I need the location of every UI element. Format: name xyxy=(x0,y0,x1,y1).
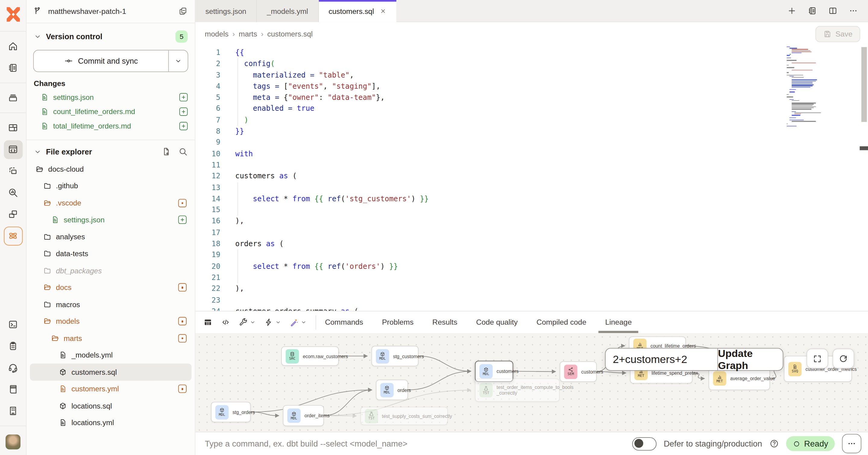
panel-tab-commands[interactable]: Commands xyxy=(325,311,363,333)
line-number: 24 xyxy=(195,306,220,311)
stage-plus-badge[interactable] xyxy=(178,216,187,224)
defer-toggle[interactable] xyxy=(632,437,656,450)
lineage-selector-input[interactable]: 2+customers+2 xyxy=(606,348,717,370)
notebook-button[interactable] xyxy=(808,6,817,16)
fullscreen-button[interactable] xyxy=(807,348,828,368)
file-explorer-header[interactable]: File explorer xyxy=(27,140,195,161)
rail-item-terminal[interactable] xyxy=(4,315,22,334)
rail-item-headset[interactable] xyxy=(4,358,22,377)
panel-tool-code-slash[interactable] xyxy=(221,317,230,327)
tree-item-docs-cloud[interactable]: docs-cloud xyxy=(30,161,191,178)
new-file-icon[interactable] xyxy=(161,147,171,156)
panel-tab-code-quality[interactable]: Code quality xyxy=(476,311,518,333)
changed-file-settings.json[interactable]: settings.json xyxy=(27,90,195,105)
tree-item-locations.yml[interactable]: locations.yml xyxy=(30,414,191,431)
panel-tool-wrench[interactable] xyxy=(239,317,256,327)
rail-item-search-chart[interactable] xyxy=(4,183,22,202)
tab-_models.yml[interactable]: _models.yml xyxy=(257,0,318,22)
modified-dot-badge[interactable] xyxy=(178,283,187,292)
tree-item-dbt_packages[interactable]: dbt_packages xyxy=(30,262,191,279)
minimap[interactable] xyxy=(786,47,836,130)
node-label: ecom.raw_customers xyxy=(303,353,348,359)
tree-item-locations.sql[interactable]: locations.sql xyxy=(30,397,191,414)
home-icon xyxy=(8,41,19,52)
new-tab-button[interactable] xyxy=(787,6,797,16)
branch-row[interactable]: matthewshaver-patch-1 xyxy=(27,0,195,23)
tab-customers.sql[interactable]: customers.sql xyxy=(318,0,396,22)
code-editor[interactable]: 1{{2 config(3 materialized = "table",4 t… xyxy=(195,46,868,311)
dots-h-button[interactable] xyxy=(849,6,858,16)
tree-item-.github[interactable]: .github xyxy=(30,178,191,195)
modified-dot-badge[interactable] xyxy=(178,199,187,207)
rail-item-archive[interactable] xyxy=(4,88,22,107)
user-avatar[interactable] xyxy=(5,434,21,450)
update-graph-button[interactable]: Update Graph xyxy=(717,348,783,370)
tree-item-macros[interactable]: macros xyxy=(30,296,191,313)
command-input[interactable]: Type a command, ex. dbt build --select <… xyxy=(205,439,632,448)
search-icon[interactable] xyxy=(178,147,187,156)
modified-dot-badge[interactable] xyxy=(178,385,187,393)
save-button[interactable]: Save xyxy=(815,26,860,42)
lineage-node-test_bools[interactable]: TSTtest_order_items_compute_to_bools_cor… xyxy=(475,378,560,402)
stage-plus-badge[interactable] xyxy=(179,93,188,102)
dbt-logo-icon[interactable] xyxy=(5,6,22,23)
tree-item-analyses[interactable]: analyses xyxy=(30,228,191,245)
lineage-node-customers_sem[interactable]: SEMcustomers xyxy=(560,362,597,382)
changed-file-count_lifetime_orders.md[interactable]: count_lifetime_orders.md xyxy=(27,104,195,119)
panel-tool-magic[interactable] xyxy=(290,317,307,327)
panel-tab-problems[interactable]: Problems xyxy=(382,311,413,333)
tree-item-data-tests[interactable]: data-tests xyxy=(30,245,191,262)
more-options-button[interactable] xyxy=(842,434,861,453)
close-icon[interactable] xyxy=(379,8,386,15)
rail-item-book[interactable] xyxy=(4,380,22,399)
stage-plus-badge[interactable] xyxy=(179,122,188,130)
rail-item-notebook[interactable] xyxy=(4,59,22,77)
tree-item-marts[interactable]: marts xyxy=(30,330,191,347)
rail-item-atom[interactable] xyxy=(4,226,22,245)
breadcrumb-separator: › xyxy=(261,30,264,38)
modified-dot-badge[interactable] xyxy=(178,317,187,325)
breadcrumb-item[interactable]: customers.sql xyxy=(267,30,313,38)
panel-tab-lineage[interactable]: Lineage xyxy=(605,311,632,333)
panel-tab-results[interactable]: Results xyxy=(433,311,458,333)
lineage-node-raw_customers[interactable]: SRCecom.raw_customers xyxy=(281,346,339,366)
tree-item-customers.yml[interactable]: customers.yml xyxy=(30,380,191,397)
changed-file-total_lifetime_orders.md[interactable]: total_lifetime_orders.md xyxy=(27,119,195,133)
refresh-graph-button[interactable] xyxy=(832,348,854,368)
rail-item-windows[interactable] xyxy=(4,205,22,224)
commit-and-sync-button[interactable]: Commit and sync xyxy=(33,50,188,72)
tree-item-customers.sql[interactable]: customers.sql xyxy=(30,364,191,380)
rail-item-home[interactable] xyxy=(4,37,22,56)
rail-item-code-window[interactable] xyxy=(4,140,22,159)
tree-item-_models.yml[interactable]: _models.yml xyxy=(30,347,191,364)
rail-item-clipboard[interactable] xyxy=(4,337,22,356)
lineage-node-stg_customers[interactable]: MDLstg_customers xyxy=(371,346,418,366)
rail-item-frame[interactable] xyxy=(4,162,22,180)
lineage-node-order_items[interactable]: MDLorder_items xyxy=(283,405,324,426)
tree-item-.vscode[interactable]: .vscode xyxy=(30,195,191,211)
copy-branch-icon[interactable] xyxy=(178,7,187,16)
version-control-header[interactable]: Version control 5 xyxy=(27,23,195,44)
rail-item-grid[interactable] xyxy=(4,118,22,137)
split-button[interactable] xyxy=(828,6,838,16)
editor-scrollbar-thumb[interactable] xyxy=(861,47,867,122)
panel-tab-compiled-code[interactable]: Compiled code xyxy=(536,311,586,333)
tree-item-settings.json[interactable]: settings.json xyxy=(30,211,191,228)
tab-settings.json[interactable]: settings.json xyxy=(195,0,257,22)
rail-top-group xyxy=(0,36,26,247)
modified-dot-badge[interactable] xyxy=(178,334,187,342)
lineage-node-test_supply[interactable]: TSTtest_supply_costs_sum_correctly xyxy=(361,407,448,425)
tree-item-models[interactable]: models xyxy=(30,313,191,330)
breadcrumb-item[interactable]: marts xyxy=(239,30,257,38)
panel-tool-table-filled[interactable] xyxy=(203,317,213,327)
lineage-node-stg_orders[interactable]: MDLstg_orders xyxy=(211,402,251,422)
lineage-node-orders[interactable]: MDLorders xyxy=(376,379,408,400)
panel-tool-flash[interactable] xyxy=(264,317,281,327)
help-icon[interactable] xyxy=(769,439,778,448)
stage-plus-badge[interactable] xyxy=(179,107,188,116)
commit-options-caret[interactable] xyxy=(168,50,187,72)
breadcrumb-item[interactable]: models xyxy=(205,30,229,38)
lineage-graph[interactable]: SRCecom.raw_customersMDLstg_customersMDL… xyxy=(195,333,868,432)
rail-item-building[interactable] xyxy=(4,402,22,420)
tree-item-docs[interactable]: docs xyxy=(30,279,191,296)
